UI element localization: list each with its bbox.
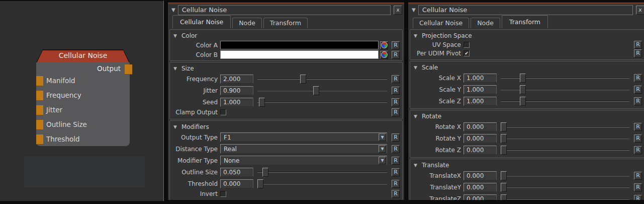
input-port-manifold[interactable] — [36, 76, 43, 86]
threshold-input[interactable]: 0.000 — [220, 179, 253, 188]
reset-button[interactable]: R — [634, 97, 642, 105]
reset-button[interactable]: R — [634, 195, 642, 201]
input-port-threshold[interactable] — [36, 134, 43, 145]
slider-handle[interactable] — [259, 98, 265, 107]
color-a-swatch[interactable] — [220, 41, 379, 49]
slider-handle[interactable] — [300, 75, 306, 84]
translate-z-input[interactable]: 0.000 — [464, 194, 497, 201]
frequency-slider[interactable] — [257, 75, 387, 84]
reset-button[interactable]: R — [634, 123, 642, 131]
slider-handle[interactable] — [520, 85, 526, 94]
slider-handle[interactable] — [262, 168, 268, 177]
uv-space-checkbox[interactable] — [464, 42, 470, 48]
reset-button[interactable]: R — [392, 98, 400, 106]
input-port-frequency[interactable] — [36, 91, 43, 101]
reset-button[interactable]: R — [634, 49, 642, 57]
reset-button[interactable]: R — [392, 108, 400, 116]
outline-size-input[interactable]: 0.050 — [220, 168, 253, 177]
slider-handle[interactable] — [520, 74, 526, 83]
reset-button[interactable]: R — [634, 74, 642, 82]
scale-z-slider[interactable] — [501, 97, 629, 106]
slider-handle[interactable] — [501, 194, 507, 201]
slider-handle[interactable] — [501, 134, 507, 143]
reset-button[interactable]: R — [634, 146, 642, 154]
slider-handle[interactable] — [501, 146, 507, 155]
color-b-swatch[interactable] — [220, 50, 379, 59]
reset-button[interactable]: R — [634, 86, 642, 94]
tab-cellular-noise[interactable]: Cellular Noise — [172, 15, 231, 28]
rotate-z-input[interactable]: 0.000 — [464, 146, 497, 155]
jitter-input[interactable]: 0.900 — [220, 86, 253, 95]
rotate-z-slider[interactable] — [501, 146, 629, 155]
reset-button[interactable]: R — [634, 41, 642, 49]
reset-button[interactable]: R — [392, 157, 400, 165]
close-button[interactable]: x — [394, 6, 402, 15]
reset-button[interactable]: R — [392, 87, 400, 95]
section-header-modifiers[interactable]: ▼ Modifiers — [170, 121, 402, 131]
slider-handle[interactable] — [501, 171, 507, 180]
reset-button[interactable]: R — [392, 51, 400, 59]
reset-button[interactable]: R — [392, 190, 400, 198]
dropdown-arrow-icon[interactable]: ▼ — [379, 145, 386, 153]
close-button[interactable]: x — [636, 6, 644, 15]
cellular-noise-node[interactable]: Output Manifold Frequency Jitter Outline… — [36, 62, 130, 146]
seed-input[interactable]: 1.000 — [220, 98, 253, 107]
section-header-rotate[interactable]: ▼ Rotate — [410, 110, 644, 121]
section-header-size[interactable]: ▼ Size — [170, 62, 402, 73]
tab-transform[interactable]: Transform — [502, 15, 548, 28]
frequency-input[interactable]: 2.000 — [220, 75, 253, 84]
output-type-dropdown[interactable]: F1 ▼ — [220, 132, 387, 142]
translate-y-slider[interactable] — [501, 183, 629, 192]
collapse-triangle-icon[interactable]: ▼ — [412, 8, 416, 13]
reset-button[interactable]: R — [392, 133, 400, 142]
input-port-jitter[interactable] — [36, 105, 43, 115]
rotate-x-input[interactable]: 0.000 — [464, 122, 497, 131]
slider-handle[interactable] — [520, 97, 526, 106]
rotate-y-input[interactable]: 0.000 — [464, 134, 497, 143]
scale-y-slider[interactable] — [501, 85, 629, 94]
panel-title[interactable]: Cellular Noise — [418, 5, 633, 15]
reset-button[interactable]: R — [392, 75, 400, 83]
section-header-projection-space[interactable]: ▼ Projection Space — [410, 30, 644, 40]
clamp-output-checkbox[interactable] — [220, 109, 226, 115]
slider-handle[interactable] — [501, 183, 507, 192]
node-graph-canvas[interactable]: Cellular Noise Output Manifold Frequency… — [0, 0, 164, 201]
rotate-x-slider[interactable] — [501, 122, 629, 131]
slider-handle[interactable] — [257, 179, 263, 188]
reset-button[interactable]: R — [634, 183, 642, 191]
section-header-color[interactable]: ▼ Color — [170, 30, 402, 40]
section-header-translate[interactable]: ▼ Translate — [410, 159, 644, 170]
reset-button[interactable]: R — [392, 41, 400, 49]
dropdown-arrow-icon[interactable]: ▼ — [379, 157, 386, 164]
seed-slider[interactable] — [257, 98, 387, 107]
section-header-scale[interactable]: ▼ Scale — [410, 61, 644, 72]
modifier-type-dropdown[interactable]: None ▼ — [220, 156, 387, 165]
invert-checkbox[interactable] — [220, 191, 226, 197]
reset-button[interactable]: R — [392, 145, 400, 153]
translate-x-input[interactable]: 0.000 — [464, 171, 497, 180]
scale-y-input[interactable]: 1.000 — [464, 85, 497, 94]
collapse-triangle-icon[interactable]: ▼ — [171, 8, 175, 13]
color-picker-button[interactable] — [380, 51, 388, 59]
threshold-slider[interactable] — [257, 179, 387, 188]
tab-transform[interactable]: Transform — [263, 18, 308, 28]
dropdown-arrow-icon[interactable]: ▼ — [379, 133, 386, 141]
jitter-slider[interactable] — [257, 86, 387, 95]
slider-handle[interactable] — [313, 86, 319, 95]
scale-x-slider[interactable] — [501, 74, 629, 83]
tab-cellular-noise[interactable]: Cellular Noise — [413, 18, 469, 28]
node-header[interactable]: Cellular Noise — [36, 49, 130, 62]
slider-handle[interactable] — [501, 122, 507, 131]
panel-title[interactable]: Cellular Noise — [178, 5, 391, 15]
reset-button[interactable]: R — [634, 172, 642, 180]
per-udim-pivot-checkbox[interactable]: ✔ — [464, 50, 470, 56]
reset-button[interactable]: R — [392, 180, 400, 188]
rotate-y-slider[interactable] — [501, 134, 629, 143]
distance-type-dropdown[interactable]: Real ▼ — [220, 144, 387, 154]
translate-z-slider[interactable] — [501, 194, 629, 201]
tab-node[interactable]: Node — [471, 18, 500, 28]
output-port[interactable] — [125, 64, 132, 75]
reset-button[interactable]: R — [392, 168, 400, 176]
scale-x-input[interactable]: 1.000 — [464, 74, 497, 83]
translate-x-slider[interactable] — [501, 171, 629, 180]
